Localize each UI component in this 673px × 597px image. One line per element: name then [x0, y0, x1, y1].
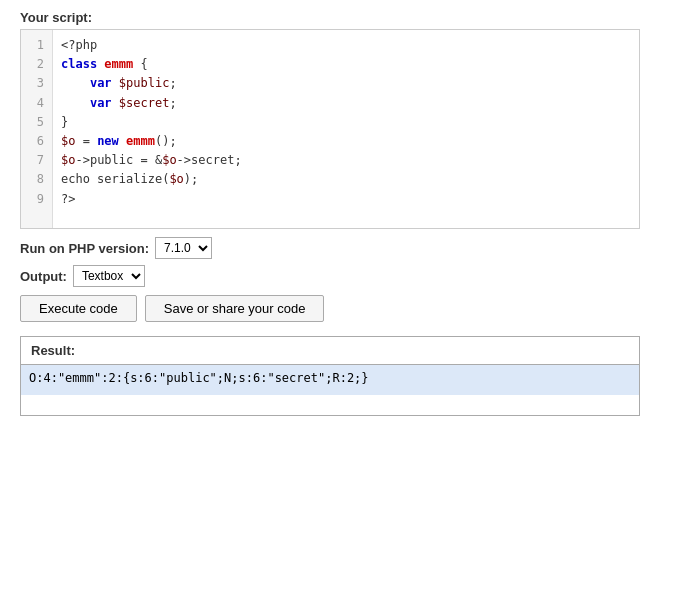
code-content[interactable]: <?phpclass emmm { var $public; var $secr… [53, 30, 639, 228]
output-select[interactable]: TextboxHTML [73, 265, 145, 287]
save-share-button[interactable]: Save or share your code [145, 295, 325, 322]
execute-button[interactable]: Execute code [20, 295, 137, 322]
code-editor-wrapper: 123456789 <?phpclass emmm { var $public;… [20, 29, 640, 229]
output-label: Output: [20, 269, 67, 284]
result-section: Result: O:4:"emmm":2:{s:6:"public";N;s:6… [20, 336, 640, 416]
php-version-select[interactable]: 7.1.07.0.05.6.05.5.0 [155, 237, 212, 259]
line-numbers: 123456789 [21, 30, 53, 228]
result-header: Result: [21, 337, 639, 365]
script-label: Your script: [20, 10, 653, 25]
php-version-label: Run on PHP version: [20, 241, 149, 256]
result-content: O:4:"emmm":2:{s:6:"public";N;s:6:"secret… [21, 365, 639, 395]
